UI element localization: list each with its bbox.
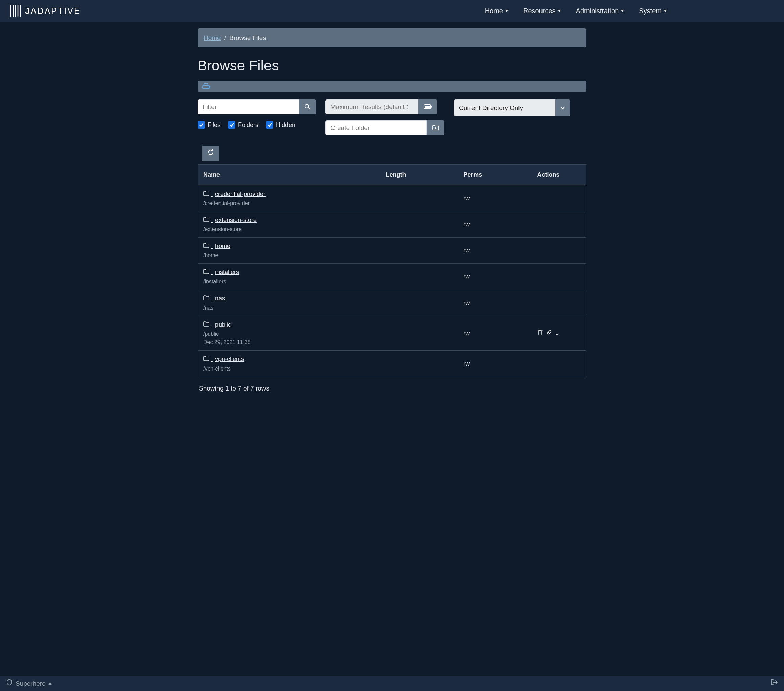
- folder-icon: [203, 216, 209, 224]
- cell-length: [380, 290, 458, 316]
- folder-plus-icon: [432, 125, 439, 131]
- cell-actions: [532, 351, 586, 377]
- breadcrumb: Home / Browse Files: [198, 28, 586, 47]
- folder-link[interactable]: extension-store: [203, 216, 257, 224]
- table-row: vpn-clients/vpn-clientsrw: [198, 351, 586, 377]
- delete-button[interactable]: [537, 329, 543, 338]
- cell-length: [380, 211, 458, 237]
- folder-link[interactable]: public: [203, 320, 231, 329]
- logout-button[interactable]: [771, 679, 778, 688]
- chevron-down-icon: [556, 330, 558, 337]
- create-folder-group: [325, 120, 445, 135]
- chevron-up-icon: [48, 683, 52, 684]
- table-row: extension-store/extension-storerw: [198, 211, 586, 237]
- theme-switcher[interactable]: Superhero: [6, 679, 52, 688]
- pagination-info: Showing 1 to 7 of 7 rows: [199, 384, 585, 393]
- cell-perms: rw: [458, 264, 532, 290]
- nav-home[interactable]: Home: [485, 6, 508, 16]
- max-results-group: [325, 99, 445, 114]
- checkbox-checked-icon: [266, 121, 273, 129]
- nav-resources[interactable]: Resources: [523, 6, 561, 16]
- more-actions-button[interactable]: [556, 329, 558, 338]
- table-row: credential-provider/credential-providerr…: [198, 185, 586, 211]
- hidden-checkbox[interactable]: Hidden: [266, 120, 295, 129]
- folders-checkbox[interactable]: Folders: [228, 120, 259, 129]
- table-wrap: Name Length Perms Actions credential-pro…: [198, 145, 586, 393]
- create-folder-input[interactable]: [325, 120, 427, 135]
- chevron-down-icon: [505, 10, 508, 12]
- folder-name: public: [215, 320, 231, 329]
- chevron-down-icon: [621, 10, 624, 12]
- breadcrumb-current: Browse Files: [229, 33, 266, 43]
- folder-link[interactable]: nas: [203, 294, 225, 303]
- files-checkbox[interactable]: Files: [198, 120, 221, 129]
- svg-line-8: [308, 107, 310, 109]
- trash-icon: [537, 330, 543, 337]
- folder-name: vpn-clients: [215, 355, 244, 363]
- page-title: Browse Files: [198, 56, 586, 76]
- drive-icon[interactable]: [202, 83, 210, 89]
- scope-select-value: Current Directory Only: [454, 99, 555, 116]
- shield-icon: [6, 679, 13, 688]
- filter-input[interactable]: [198, 99, 299, 114]
- create-folder-button[interactable]: [427, 120, 445, 135]
- link-icon: [546, 330, 552, 337]
- cell-actions: [532, 211, 586, 237]
- cell-length: [380, 351, 458, 377]
- cell-perms: rw: [458, 316, 532, 350]
- cell-perms: rw: [458, 290, 532, 316]
- share-link-button[interactable]: [546, 329, 552, 338]
- folder-icon: [203, 190, 209, 198]
- cell-length: [380, 237, 458, 264]
- scope-select-caret[interactable]: [555, 99, 570, 116]
- folder-link[interactable]: home: [203, 242, 231, 251]
- cell-perms: rw: [458, 351, 532, 377]
- folder-name: home: [215, 242, 231, 251]
- search-icon: [305, 104, 310, 110]
- folder-path: /home: [203, 251, 375, 259]
- col-length[interactable]: Length: [380, 165, 458, 185]
- col-actions[interactable]: Actions: [532, 165, 586, 185]
- controls-row: Files Folders Hidden: [198, 99, 586, 135]
- filter-group: [198, 99, 316, 114]
- nav-administration[interactable]: Administration: [576, 6, 624, 16]
- table-row: installers/installersrw: [198, 264, 586, 290]
- path-bar: [198, 81, 586, 92]
- folder-icon: [203, 268, 209, 277]
- folder-icon: [203, 294, 209, 303]
- breadcrumb-home-link[interactable]: Home: [204, 33, 221, 43]
- files-table: Name Length Perms Actions credential-pro…: [198, 165, 586, 377]
- table-row: public/publicDec 29, 2021 11:38rw: [198, 316, 586, 350]
- refresh-button[interactable]: [202, 145, 219, 161]
- brand-logo[interactable]: JJADAPTIVEADAPTIVE: [9, 4, 81, 18]
- chevron-down-icon: [558, 10, 561, 12]
- folder-path: /extension-store: [203, 225, 375, 233]
- breadcrumb-separator: /: [224, 33, 226, 43]
- max-results-input[interactable]: [325, 99, 418, 114]
- folder-name: credential-provider: [215, 190, 265, 198]
- table-row: nas/nasrw: [198, 290, 586, 316]
- checkbox-checked-icon: [198, 121, 205, 129]
- footer: Superhero: [0, 676, 784, 691]
- folder-link[interactable]: vpn-clients: [203, 355, 244, 363]
- col-perms[interactable]: Perms: [458, 165, 532, 185]
- folder-link[interactable]: credential-provider: [203, 190, 265, 198]
- nav-system[interactable]: System: [639, 6, 667, 16]
- brand-mark-icon: [9, 4, 22, 18]
- svg-point-6: [208, 87, 208, 87]
- cell-actions: [532, 185, 586, 211]
- theme-name: Superhero: [16, 679, 46, 688]
- col-name[interactable]: Name: [198, 165, 380, 185]
- scope-select[interactable]: Current Directory Only: [454, 99, 571, 116]
- folder-link[interactable]: installers: [203, 268, 239, 277]
- svg-rect-10: [431, 106, 432, 107]
- cell-length: [380, 264, 458, 290]
- cell-actions: [532, 316, 586, 350]
- cell-length: [380, 185, 458, 211]
- search-button[interactable]: [299, 99, 316, 114]
- max-results-button[interactable]: [418, 99, 437, 114]
- table-row: home/homerw: [198, 237, 586, 264]
- battery-icon: [424, 104, 432, 110]
- folder-path: /public: [203, 330, 375, 338]
- folder-path: /nas: [203, 304, 375, 312]
